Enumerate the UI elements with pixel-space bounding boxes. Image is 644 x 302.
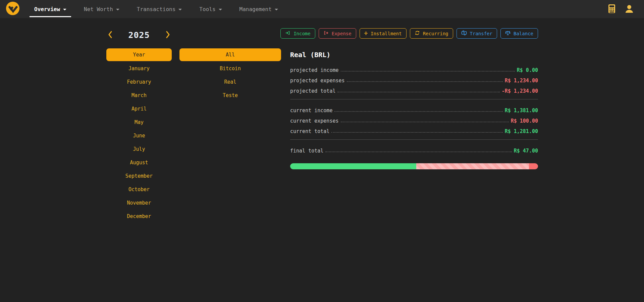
expense-arrow-out-icon (323, 30, 329, 37)
current-year: 2025 (128, 30, 150, 40)
chevron-right-icon (166, 31, 170, 40)
final-total-row: final total R$ 47.00 (290, 144, 538, 155)
nav-tools-label: Tools (199, 6, 215, 12)
scales-icon (505, 30, 511, 37)
month-march[interactable]: March (131, 92, 147, 98)
nav-net-worth-label: Net Worth (84, 6, 113, 12)
dotted-leader (347, 81, 503, 82)
all-accounts-button[interactable]: All (179, 48, 281, 61)
section-divider (290, 139, 538, 140)
month-november[interactable]: November (127, 200, 151, 206)
balance-button[interactable]: Balance (500, 28, 538, 39)
nav-net-worth[interactable]: Net Worth (78, 0, 125, 18)
current-income-value: R$ 1,381.00 (505, 107, 538, 114)
year-button[interactable]: Year (106, 48, 172, 61)
dotted-leader (334, 111, 502, 112)
recurring-label: Recurring (423, 31, 448, 36)
navbar: Overview Net Worth Transactions Tools Ma… (0, 0, 644, 18)
user-profile-button[interactable] (625, 4, 634, 14)
final-total-value: R$ 47.00 (514, 148, 538, 155)
transfer-button[interactable]: Transfer (457, 28, 497, 39)
projected-total-label: projected total (290, 88, 335, 95)
account-real[interactable]: Real (224, 79, 236, 85)
month-january[interactable]: January (128, 66, 150, 72)
nav-overview-label: Overview (34, 6, 60, 12)
chevron-down-icon (63, 9, 66, 10)
month-august[interactable]: August (130, 160, 148, 166)
previous-year-button[interactable] (106, 29, 114, 41)
nav-transactions[interactable]: Transactions (131, 0, 187, 18)
current-income-row: current income R$ 1,381.00 (290, 104, 538, 114)
dotted-leader (331, 132, 502, 133)
nav-transactions-label: Transactions (137, 6, 176, 12)
nav-management[interactable]: Management (234, 0, 283, 18)
app-logo[interactable] (3, 0, 25, 18)
current-income-label: current income (290, 107, 332, 114)
chevron-down-icon (275, 9, 278, 10)
transfer-label: Transfer (470, 31, 492, 36)
income-arrow-in-icon (285, 30, 290, 37)
dotted-leader (337, 92, 499, 92)
projected-expenses-value: R$ 1,234.00 (505, 78, 538, 84)
expense-button[interactable]: Expense (319, 28, 356, 39)
balance-label: Balance (514, 31, 533, 36)
calculator-button[interactable] (608, 4, 616, 15)
month-october[interactable]: October (128, 186, 150, 192)
final-total-label: final total (290, 148, 323, 155)
installment-button[interactable]: ÷ Installment (360, 28, 407, 39)
nav-management-label: Management (239, 6, 272, 12)
account-list: Bitcoin Real Teste (179, 62, 281, 102)
account-teste[interactable]: Teste (223, 92, 238, 98)
month-june[interactable]: June (133, 133, 145, 139)
income-label: Income (293, 31, 311, 36)
money-transfer-icon (461, 30, 467, 37)
period-panel: 2025 Year January February March April M… (106, 28, 281, 223)
recurring-button[interactable]: Recurring (410, 28, 453, 39)
month-april[interactable]: April (131, 106, 147, 112)
accounts-column: All Bitcoin Real Teste (179, 48, 281, 223)
month-december[interactable]: December (127, 213, 151, 219)
account-summary-title: Real (BRL) (290, 51, 538, 59)
income-button[interactable]: Income (280, 28, 315, 39)
current-expenses-row: current expenses R$ 100.00 (290, 114, 538, 125)
budget-progress-bar (290, 163, 538, 169)
chevron-down-icon (116, 9, 119, 10)
installment-label: Installment (371, 31, 402, 36)
projected-income-value: R$ 0.00 (517, 67, 538, 74)
user-icon (625, 4, 634, 14)
chevron-left-icon (108, 31, 112, 40)
division-icon: ÷ (364, 31, 368, 36)
current-total-row: current total R$ 1,281.00 (290, 125, 538, 135)
current-expenses-label: current expenses (290, 118, 339, 125)
year-navigation: 2025 (106, 28, 172, 42)
section-divider (290, 99, 538, 99)
chevron-down-icon (219, 9, 222, 10)
month-may[interactable]: May (135, 119, 144, 125)
chevron-down-icon (178, 9, 182, 10)
dotted-leader (325, 152, 512, 152)
main-content: 2025 Year January February March April M… (0, 18, 644, 223)
account-bitcoin[interactable]: Bitcoin (220, 66, 241, 72)
brand-logo-icon (5, 1, 20, 17)
nav-tools[interactable]: Tools (194, 0, 227, 18)
expense-label: Expense (332, 31, 352, 36)
month-list: January February March April May June Ju… (106, 62, 172, 223)
months-column: Year January February March April May Ju… (106, 48, 172, 223)
transaction-actions: Income Expense ÷ Installment Recurring (290, 28, 538, 39)
projected-income-label: projected income (290, 67, 339, 74)
month-september[interactable]: September (125, 173, 153, 179)
nav-overview[interactable]: Overview (29, 0, 72, 18)
current-expenses-value: R$ 100.00 (511, 118, 538, 125)
progress-income-segment (290, 163, 416, 169)
current-total-label: current total (290, 128, 329, 135)
month-february[interactable]: February (127, 79, 151, 85)
summary-panel: Income Expense ÷ Installment Recurring (290, 28, 538, 223)
progress-projected-expenses-segment (416, 163, 529, 169)
month-july[interactable]: July (133, 146, 145, 152)
calculator-icon (608, 4, 616, 15)
current-total-value: R$ 1,281.00 (505, 128, 538, 135)
projected-total-row: projected total -R$ 1,234.00 (290, 84, 538, 95)
dotted-leader (341, 71, 515, 72)
projected-income-row: projected income R$ 0.00 (290, 63, 538, 74)
next-year-button[interactable] (164, 29, 172, 41)
